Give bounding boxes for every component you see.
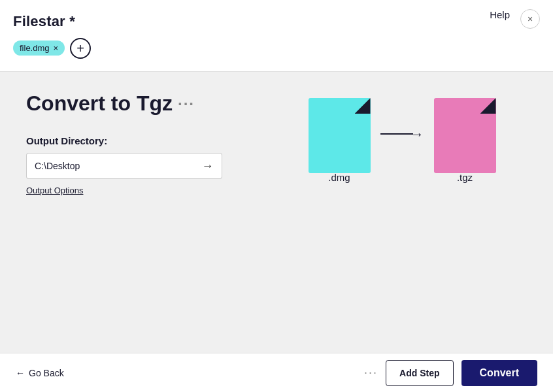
page-title-text: Convert to Tgz [26, 91, 173, 116]
more-options-button[interactable]: ··· [364, 366, 378, 380]
add-step-button[interactable]: Add Step [386, 360, 453, 386]
file-tag[interactable]: file.dmg × [13, 41, 65, 56]
header-right: Help × [490, 9, 540, 29]
page-title-dots: ··· [178, 95, 195, 113]
conversion-arrow: → [380, 127, 424, 142]
arrow-right-icon: → [202, 159, 214, 173]
back-arrow-icon: ← [16, 368, 25, 378]
source-file-label: .dmg [328, 172, 350, 183]
output-options-link[interactable]: Output Options [26, 186, 83, 195]
file-tag-label: file.dmg [20, 43, 50, 53]
target-file-icon: .tgz [429, 98, 501, 183]
directory-input[interactable] [26, 153, 193, 179]
add-file-button[interactable]: + [70, 38, 91, 59]
header: Filestar * file.dmg × + Help × [0, 0, 553, 72]
app-title: Filestar * [13, 13, 91, 30]
arrow-line [380, 133, 413, 135]
go-back-label: Go Back [29, 368, 64, 378]
convert-button[interactable]: Convert [461, 360, 537, 386]
target-file-corner [480, 98, 496, 114]
file-tags: file.dmg × + [13, 38, 91, 59]
directory-input-row: → [26, 153, 222, 179]
footer: ← Go Back ··· Add Step Convert [0, 353, 553, 392]
close-button[interactable]: × [520, 9, 540, 29]
source-file-icon: .dmg [303, 98, 375, 183]
source-file-shape [309, 98, 371, 168]
footer-right: ··· Add Step Convert [364, 360, 537, 386]
file-tag-close-icon[interactable]: × [54, 44, 59, 52]
go-back-button[interactable]: ← Go Back [16, 368, 64, 378]
source-file-corner [355, 98, 371, 114]
help-link[interactable]: Help [490, 9, 510, 20]
target-file-shape [434, 98, 496, 168]
header-left: Filestar * file.dmg × + [13, 13, 91, 59]
target-file-label: .tgz [457, 172, 473, 183]
directory-browse-button[interactable]: → [193, 153, 222, 179]
conversion-visual: .dmg → .tgz [303, 98, 501, 183]
main-content: Convert to Tgz ··· Output Directory: → O… [0, 72, 553, 353]
